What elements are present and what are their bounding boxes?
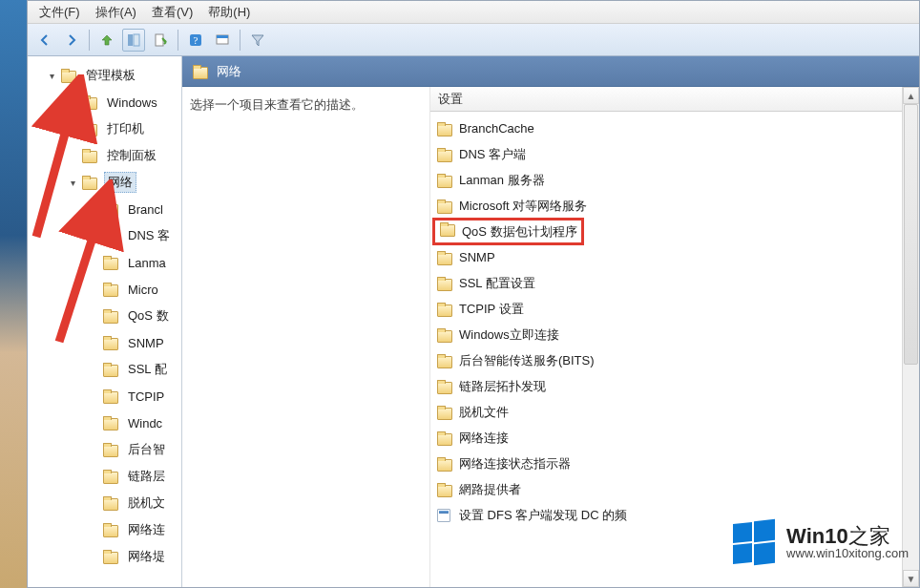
tree-snmp[interactable]: SNMP (28, 329, 181, 356)
list-item-label: 網路提供者 (459, 481, 521, 498)
tree-item-label: 网络 (104, 172, 136, 193)
toolbar-separator (240, 30, 240, 51)
export-button[interactable] (149, 29, 172, 52)
filter-button[interactable] (246, 29, 269, 52)
forward-button[interactable] (60, 29, 83, 52)
menu-view[interactable]: 查看(V) (144, 2, 200, 23)
expander-icon (66, 95, 79, 109)
list-item[interactable]: 后台智能传送服务(BITS) (430, 347, 902, 373)
expander-icon (87, 309, 100, 323)
tree-item-label: 链路层 (125, 467, 168, 486)
folder-icon (439, 222, 456, 236)
toolbar: ? (28, 24, 919, 56)
help-button[interactable]: ? (184, 29, 207, 52)
menu-action[interactable]: 操作(A) (88, 2, 144, 23)
expander-icon (87, 283, 100, 296)
tree-control-panel[interactable]: 控制面板 (28, 142, 181, 169)
tree-ssl[interactable]: SSL 配 (28, 356, 181, 383)
tree-item-label: 网络连 (125, 520, 168, 539)
list-column: 设置 BranchCacheDNS 客户端Lanman 服务器Microsoft… (430, 87, 902, 587)
list-item-label: DNS 客户端 (459, 146, 526, 163)
list-item[interactable]: 链路层拓扑发现 (430, 373, 902, 399)
folder-icon (436, 277, 453, 290)
tree-printers[interactable]: 打印机 (28, 116, 181, 142)
list-header[interactable]: 设置 (430, 87, 902, 112)
list-item[interactable]: SSL 配置设置 (430, 270, 902, 296)
expander-icon[interactable]: ▾ (45, 69, 58, 82)
folder-icon (81, 176, 98, 189)
up-button[interactable] (95, 29, 118, 52)
tree-link-layer[interactable]: 链路层 (28, 463, 181, 490)
tree-item-label: SNMP (125, 335, 167, 351)
description-text: 选择一个项目来查看它的描述。 (190, 97, 364, 112)
back-button[interactable] (33, 29, 56, 52)
expander-icon (87, 416, 100, 430)
toolbar-separator (89, 30, 90, 51)
properties-button[interactable] (211, 29, 234, 52)
list-item[interactable]: QoS 数据包计划程序 (430, 219, 902, 244)
menu-file[interactable]: 文件(F) (31, 2, 88, 23)
scroll-track[interactable] (903, 104, 919, 570)
expander-icon (87, 550, 100, 563)
watermark-url: www.win10xitong.com (786, 547, 909, 560)
folder-icon (102, 443, 119, 456)
tree-net-conn[interactable]: 网络连 (28, 516, 181, 543)
list-item[interactable]: BranchCache (430, 116, 902, 141)
folder-icon (436, 200, 453, 213)
list-item[interactable]: 网络连接状态指示器 (430, 451, 902, 476)
folder-icon (436, 406, 453, 419)
tree-bits[interactable]: 后台智 (28, 436, 181, 463)
tree-qos[interactable]: QoS 数 (28, 303, 181, 329)
tree-offline[interactable]: 脱机文 (28, 490, 181, 516)
tree-item-label: 网络堤 (125, 547, 168, 566)
scroll-up-button[interactable]: ▲ (903, 87, 919, 104)
list-item[interactable]: Lanman 服务器 (430, 167, 902, 193)
tree-tcpip[interactable]: TCPIP (28, 383, 181, 410)
tree-branchcache[interactable]: Brancl (28, 196, 181, 222)
tree-dns-client[interactable]: DNS 客 (28, 222, 181, 249)
folder-icon (436, 483, 453, 496)
expander-icon[interactable]: ▾ (66, 176, 79, 189)
tree-pane[interactable]: ▾管理模板Windows打印机控制面板▾网络BranclDNS 客LanmaMi… (28, 56, 182, 587)
menu-help[interactable]: 帮助(H) (200, 2, 258, 23)
svg-rect-6 (217, 35, 228, 38)
list-item[interactable]: 脱机文件 (430, 399, 902, 425)
content-area: ▾管理模板Windows打印机控制面板▾网络BranclDNS 客LanmaMi… (28, 56, 919, 587)
list-item[interactable]: TCPIP 设置 (430, 296, 902, 322)
expander-icon (66, 149, 79, 162)
tree-toggle-button[interactable] (122, 29, 145, 52)
list-item[interactable]: SNMP (430, 244, 902, 270)
expander-icon (87, 202, 100, 216)
list-item[interactable]: Microsoft 对等网络服务 (430, 193, 902, 219)
tree-microsoft[interactable]: Micro (28, 276, 181, 303)
tree-item-label: SSL 配 (125, 360, 170, 379)
expander-icon (87, 496, 100, 510)
list-item[interactable]: Windows立即连接 (430, 322, 902, 347)
folder-icon (102, 389, 119, 403)
description-column: 选择一个项目来查看它的描述。 (182, 87, 430, 587)
tree-net-prov[interactable]: 网络堤 (28, 543, 181, 570)
tree-lanman[interactable]: Lanma (28, 249, 181, 276)
scroll-thumb[interactable] (904, 104, 918, 365)
list-item-label: BranchCache (459, 121, 534, 136)
toolbar-separator (178, 30, 178, 51)
list-item[interactable]: DNS 客户端 (430, 141, 902, 167)
tree-item-label: Micro (125, 282, 161, 298)
list-item[interactable]: 網路提供者 (430, 476, 902, 502)
tree-win-inst[interactable]: Windc (28, 410, 181, 436)
svg-rect-2 (156, 34, 163, 46)
header-panel: 网络 (182, 56, 919, 87)
scroll-down-button[interactable]: ▼ (903, 570, 919, 587)
tree-network-folder[interactable]: ▾网络 (28, 169, 181, 196)
tree-windows-folder[interactable]: Windows (28, 89, 181, 116)
tree-admin-templates[interactable]: ▾管理模板 (28, 62, 181, 89)
expander-icon (87, 443, 100, 456)
folder-icon (102, 256, 119, 269)
details: 选择一个项目来查看它的描述。 设置 BranchCacheDNS 客户端Lanm… (182, 87, 902, 587)
watermark-brand: Win10 (786, 524, 848, 548)
list-item[interactable]: 网络连接 (430, 425, 902, 451)
list-body[interactable]: BranchCacheDNS 客户端Lanman 服务器Microsoft 对等… (430, 112, 902, 587)
vertical-scrollbar[interactable]: ▲ ▼ (902, 87, 919, 587)
folder-icon (102, 523, 119, 536)
folder-icon (192, 65, 209, 78)
